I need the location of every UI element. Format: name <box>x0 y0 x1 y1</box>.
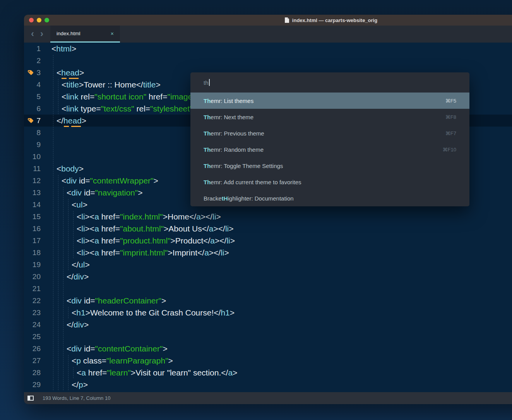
gutter-cell[interactable]: 21 <box>24 283 51 295</box>
gutter-cell[interactable]: 1 <box>24 43 51 55</box>
line-number[interactable]: 15 <box>33 211 41 223</box>
gutter-cell[interactable]: 12 <box>24 175 51 187</box>
code-line[interactable]: <h1>Welcome to the Git Crash Course!</h1… <box>51 307 512 319</box>
code-line[interactable]: </ul> <box>51 259 512 271</box>
code-line[interactable]: <li><a href="index.html">Home</a></li> <box>51 211 512 223</box>
command-palette-input[interactable]: th <box>190 72 469 93</box>
gutter-cell[interactable]: 6 <box>24 103 51 115</box>
code-row[interactable]: 17<li><a href="product.html">Product</a>… <box>24 235 512 247</box>
palette-item[interactable]: Themr: Random theme⌘F10 <box>190 141 469 158</box>
tab-index-html[interactable]: index.html × <box>50 26 120 41</box>
code-row[interactable]: 20</div> <box>24 271 512 283</box>
gutter-cell[interactable]: 23 <box>24 307 51 319</box>
code-row[interactable]: 24</div> <box>24 319 512 331</box>
code-row[interactable]: 28<a href="learn">Visit our "learn" sect… <box>24 367 512 379</box>
line-number[interactable]: 17 <box>33 235 41 247</box>
gutter-cell[interactable]: 16 <box>24 223 51 235</box>
code-line[interactable] <box>51 283 512 295</box>
gutter-cell[interactable]: 9 <box>24 139 51 151</box>
code-row[interactable]: 2 <box>24 55 512 67</box>
gutter-cell[interactable]: 29 <box>24 379 51 391</box>
line-number[interactable]: 24 <box>33 319 41 331</box>
line-number[interactable]: 19 <box>33 259 41 271</box>
palette-item[interactable]: Themr: Next theme⌘F8 <box>190 109 469 125</box>
code-line[interactable]: <li><a href="imprint.html">Imprint</a></… <box>51 247 512 259</box>
gutter-cell[interactable]: 14 <box>24 199 51 211</box>
code-line[interactable]: <li><a href="about.html">About Us</a></l… <box>51 223 512 235</box>
gutter-cell[interactable]: 11 <box>24 163 51 175</box>
line-number[interactable]: 18 <box>33 247 41 259</box>
window-title-bar[interactable]: index.html — carparts-website_orig <box>24 15 512 26</box>
maximize-window-button[interactable] <box>45 18 49 22</box>
back-icon[interactable]: ‹ <box>31 29 34 38</box>
code-row[interactable]: 18<li><a href="imprint.html">Imprint</a>… <box>24 247 512 259</box>
code-row[interactable]: 1<html> <box>24 43 512 55</box>
code-line[interactable]: </p> <box>51 379 512 391</box>
gutter-cell[interactable]: 26 <box>24 343 51 355</box>
gutter-cell[interactable]: 13 <box>24 187 51 199</box>
line-number[interactable]: 27 <box>33 355 41 367</box>
line-number[interactable]: 29 <box>33 379 41 391</box>
code-row[interactable]: 23<h1>Welcome to the Git Crash Course!</… <box>24 307 512 319</box>
line-number[interactable]: 2 <box>36 55 41 67</box>
gutter-cell[interactable]: 18 <box>24 247 51 259</box>
palette-item[interactable]: Themr: Add current theme to favorites <box>190 174 469 190</box>
gutter-cell[interactable]: 7 <box>24 115 51 127</box>
code-line[interactable] <box>51 55 512 67</box>
tab-close-icon[interactable]: × <box>111 31 114 37</box>
line-number[interactable]: 26 <box>33 343 41 355</box>
code-line[interactable] <box>51 331 512 343</box>
gutter-cell[interactable]: 25 <box>24 331 51 343</box>
code-line[interactable]: <div id="contentContainer"> <box>51 343 512 355</box>
gutter-cell[interactable]: 15 <box>24 211 51 223</box>
line-number[interactable]: 10 <box>33 151 41 163</box>
code-row[interactable]: 26<div id="contentContainer"> <box>24 343 512 355</box>
gutter-cell[interactable]: 20 <box>24 271 51 283</box>
line-number[interactable]: 11 <box>33 163 41 175</box>
code-line[interactable]: <p class="learnParagraph"> <box>51 355 512 367</box>
forward-icon[interactable]: › <box>40 29 43 38</box>
gutter-cell[interactable]: 24 <box>24 319 51 331</box>
line-number[interactable]: 12 <box>33 175 41 187</box>
line-number[interactable]: 6 <box>36 103 41 115</box>
gutter-cell[interactable]: 27 <box>24 355 51 367</box>
code-row[interactable]: 21 <box>24 283 512 295</box>
line-number[interactable]: 9 <box>36 139 41 151</box>
gutter-cell[interactable]: 3 <box>24 67 51 79</box>
gutter-cell[interactable]: 28 <box>24 367 51 379</box>
code-row[interactable]: 29</p> <box>24 379 512 391</box>
line-number[interactable]: 8 <box>36 127 41 139</box>
line-number[interactable]: 20 <box>33 271 41 283</box>
line-number[interactable]: 21 <box>33 283 41 295</box>
editor-area[interactable]: 1<html>23<head>4<title>Tower :: Home</ti… <box>24 43 512 392</box>
gutter-cell[interactable]: 17 <box>24 235 51 247</box>
palette-item[interactable]: Themr: Previous theme⌘F7 <box>190 125 469 141</box>
gutter-cell[interactable]: 22 <box>24 295 51 307</box>
code-row[interactable]: 19</ul> <box>24 259 512 271</box>
gutter-cell[interactable]: 5 <box>24 91 51 103</box>
code-line[interactable]: </div> <box>51 271 512 283</box>
code-row[interactable]: 25 <box>24 331 512 343</box>
code-row[interactable]: 16<li><a href="about.html">About Us</a><… <box>24 223 512 235</box>
line-number[interactable]: 16 <box>33 223 41 235</box>
code-row[interactable]: 27<p class="learnParagraph"> <box>24 355 512 367</box>
code-line[interactable]: </div> <box>51 319 512 331</box>
gutter-cell[interactable]: 8 <box>24 127 51 139</box>
gutter-cell[interactable]: 2 <box>24 55 51 67</box>
line-number[interactable]: 14 <box>33 199 41 211</box>
palette-item[interactable]: BracketHighlighter: Documentation <box>190 190 469 206</box>
palette-item[interactable]: Themr: List themes⌘F5 <box>190 93 469 109</box>
line-number[interactable]: 28 <box>33 367 41 379</box>
palette-item[interactable]: Themr: Toggle Theme Settings <box>190 158 469 174</box>
minimize-window-button[interactable] <box>37 18 41 22</box>
gutter-cell[interactable]: 10 <box>24 151 51 163</box>
line-number[interactable]: 25 <box>33 331 41 343</box>
line-number[interactable]: 22 <box>33 295 41 307</box>
code-line[interactable]: <html> <box>51 43 512 55</box>
gutter-cell[interactable]: 4 <box>24 79 51 91</box>
line-number[interactable]: 3 <box>36 67 41 79</box>
code-row[interactable]: 22<div id="headerContainer"> <box>24 295 512 307</box>
line-number[interactable]: 5 <box>36 91 41 103</box>
line-number[interactable]: 4 <box>36 79 41 91</box>
code-line[interactable]: <li><a href="product.html">Product</a></… <box>51 235 512 247</box>
